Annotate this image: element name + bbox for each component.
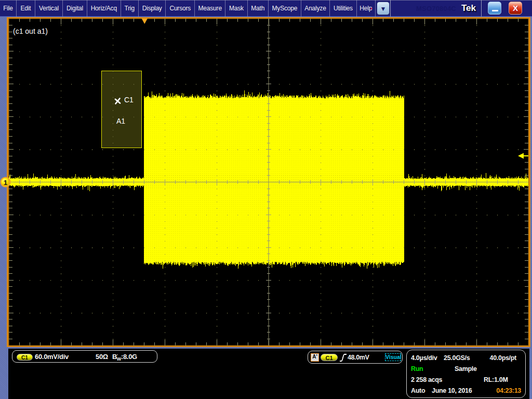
svg-text:1: 1: [4, 179, 8, 187]
svg-text:C1: C1: [124, 96, 134, 104]
svg-text:A1: A1: [116, 117, 125, 125]
svg-text:(c1 out a1): (c1 out a1): [13, 27, 48, 35]
